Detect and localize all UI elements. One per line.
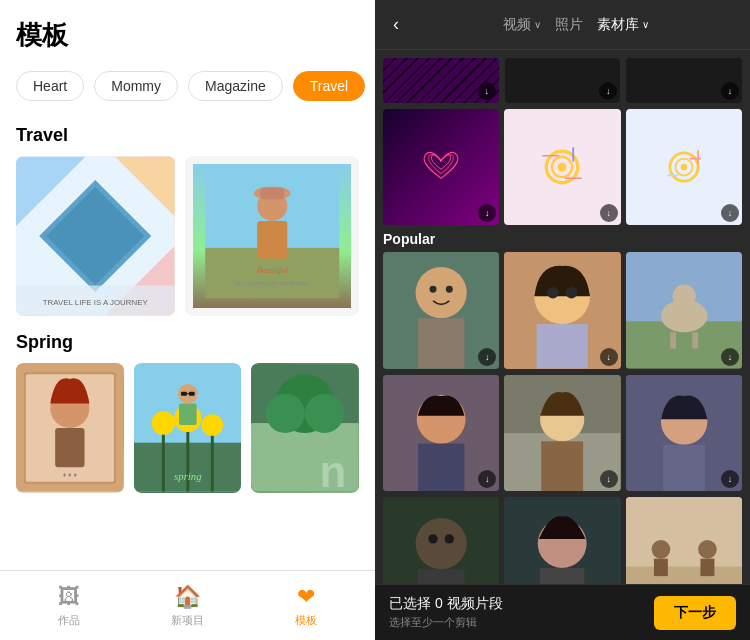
circles-svg-1 (540, 145, 585, 190)
svg-rect-94 (700, 559, 714, 576)
download-btn-heart[interactable]: ↓ (478, 204, 496, 222)
tag-travel[interactable]: Travel (293, 71, 365, 101)
spring-svg-2: spring (134, 363, 242, 493)
svg-point-26 (201, 414, 223, 436)
kuh-thumb-3[interactable]: ↓ (626, 497, 742, 584)
tab-library-arrow: ∨ (642, 19, 649, 30)
popular-thumb-1[interactable]: ↓ (383, 252, 499, 368)
svg-rect-33 (188, 392, 194, 396)
download-icon-circles1: ↓ (606, 208, 611, 218)
popular-thumb-3[interactable]: ↓ (626, 252, 742, 368)
partial-thumb-2[interactable]: ↓ (505, 58, 621, 103)
header-tabs: 视频 ∨ 照片 素材库 ∨ (413, 16, 738, 34)
section-title-spring: Spring (16, 332, 359, 353)
download-btn-circles2[interactable]: ↓ (721, 204, 739, 222)
svg-point-57 (430, 286, 437, 293)
spring-svg-3: n (251, 363, 359, 493)
next-button[interactable]: 下一步 (654, 596, 736, 630)
tab-video-arrow: ∨ (534, 19, 541, 30)
right-header: ‹ 视频 ∨ 照片 素材库 ∨ (375, 0, 750, 50)
partial-thumb-3[interactable]: ↓ (626, 58, 742, 103)
travel-photo-2-bg: Beautiful Life is a journey, live and br… (193, 164, 352, 308)
svg-point-63 (566, 287, 578, 299)
svg-point-68 (672, 285, 695, 308)
top-partial-row: ↓ ↓ ↓ (383, 58, 742, 103)
new-label: 新项目 (171, 613, 204, 628)
section-popular-label: Popular (383, 231, 742, 247)
svg-text:n: n (320, 447, 347, 493)
tab-library[interactable]: 素材库 ∨ (597, 16, 649, 34)
left-content: Travel (0, 111, 375, 570)
svg-rect-73 (418, 443, 465, 491)
download-btn-circles1[interactable]: ↓ (600, 204, 618, 222)
filter-tags: Heart Mommy Magazine Travel (0, 61, 375, 111)
svg-point-85 (445, 534, 454, 543)
nav-template[interactable]: ❤ 模板 (247, 584, 365, 628)
download-btn-p1[interactable]: ↓ (478, 348, 496, 366)
tab-photo[interactable]: 照片 (555, 16, 583, 34)
svg-point-58 (446, 286, 453, 293)
new-icon: 🏠 (174, 584, 201, 610)
media-thumb-heart[interactable]: ↓ (383, 109, 499, 225)
travel-template-1[interactable]: TRAVEL LIFE IS A JOURNEY (16, 156, 175, 316)
popular-thumb-4[interactable]: ↓ (383, 375, 499, 491)
tag-magazine[interactable]: Magazine (188, 71, 283, 101)
svg-point-82 (416, 518, 467, 569)
spring-template-1[interactable]: ♦ ♦ ♦ (16, 363, 124, 493)
kuh-thumb[interactable]: KUH ↓ (383, 497, 499, 584)
svg-rect-31 (179, 404, 197, 426)
popular-thumb-6[interactable]: ↓ (626, 375, 742, 491)
svg-rect-20 (55, 428, 84, 467)
media-thumb-circles2[interactable]: ↓ (626, 109, 742, 225)
svg-rect-90 (626, 567, 742, 584)
download-btn-1[interactable]: ↓ (478, 82, 496, 100)
media-thumb-circles1[interactable]: ↓ (504, 109, 620, 225)
svg-point-92 (698, 540, 717, 559)
heart-svg (419, 145, 464, 190)
spring-template-2[interactable]: spring (134, 363, 242, 493)
popular-thumb-5[interactable]: ↓ (504, 375, 620, 491)
download-btn-3[interactable]: ↓ (721, 82, 739, 100)
download-icon-heart: ↓ (485, 208, 490, 218)
spring-template-3[interactable]: n (251, 363, 359, 493)
svg-text:spring: spring (174, 470, 202, 482)
tab-video[interactable]: 视频 ∨ (503, 16, 541, 34)
nav-new[interactable]: 🏠 新项目 (128, 584, 246, 628)
svg-point-44 (558, 163, 567, 172)
kuh-thumb-2[interactable]: ↓ (504, 497, 620, 584)
svg-point-84 (428, 534, 437, 543)
download-icon-3: ↓ (728, 86, 733, 96)
svg-rect-77 (542, 441, 584, 491)
tab-photo-label: 照片 (555, 16, 583, 34)
back-button[interactable]: ‹ (387, 10, 405, 39)
download-btn-2[interactable]: ↓ (599, 82, 617, 100)
nav-works[interactable]: 🖼 作品 (10, 584, 128, 628)
template-label: 模板 (295, 613, 317, 628)
travel-template-2[interactable]: Beautiful Life is a journey, live and br… (185, 156, 360, 316)
svg-rect-93 (654, 559, 668, 576)
svg-rect-69 (670, 333, 676, 349)
download-btn-p6[interactable]: ↓ (721, 470, 739, 488)
download-icon-p6: ↓ (728, 474, 733, 484)
tag-mommy[interactable]: Mommy (94, 71, 178, 101)
download-icon-p1: ↓ (485, 352, 490, 362)
download-icon-1: ↓ (484, 86, 489, 96)
tag-heart[interactable]: Heart (16, 71, 84, 101)
svg-point-91 (651, 540, 670, 559)
download-btn-animal[interactable]: ↓ (721, 348, 739, 366)
travel-mosaic-svg: TRAVEL LIFE IS A JOURNEY (16, 156, 175, 316)
svg-rect-11 (257, 221, 287, 259)
spring-photo-2-bg: spring (134, 363, 242, 493)
popular-grid: ↓ ↓ (383, 252, 742, 368)
dark2-svg (504, 497, 620, 584)
download-btn-p2[interactable]: ↓ (600, 348, 618, 366)
svg-rect-56 (418, 319, 465, 369)
svg-point-62 (547, 287, 559, 299)
svg-point-24 (151, 411, 174, 434)
svg-rect-13 (260, 187, 283, 199)
download-btn-p5[interactable]: ↓ (600, 470, 618, 488)
partial-thumb-1[interactable]: ↓ (383, 58, 499, 103)
popular-thumb-2[interactable]: ↓ (504, 252, 620, 368)
svg-rect-70 (692, 333, 698, 349)
svg-rect-88 (540, 568, 584, 584)
